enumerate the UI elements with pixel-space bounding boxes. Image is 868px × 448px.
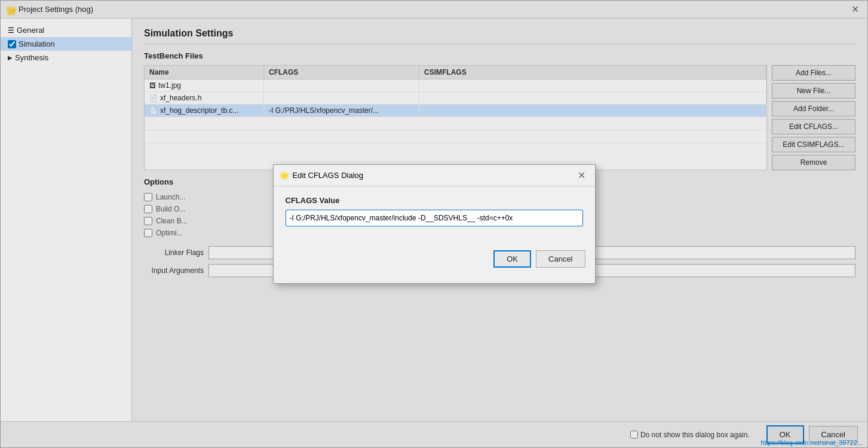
modal-footer: OK Cancel bbox=[274, 246, 595, 277]
cflags-value-input[interactable] bbox=[286, 210, 583, 226]
modal-title-text: Edit CFLAGS Dialog bbox=[293, 171, 364, 180]
modal-title-left: 🌟 Edit CFLAGS Dialog bbox=[280, 171, 364, 180]
modal-close-button[interactable]: ✕ bbox=[574, 168, 589, 182]
modal-field-label: CFLAGS Value bbox=[286, 196, 583, 205]
modal-overlay: 🌟 Edit CFLAGS Dialog ✕ CFLAGS Value OK C… bbox=[1, 1, 867, 447]
modal-logo-icon: 🌟 bbox=[280, 171, 289, 180]
modal-ok-button[interactable]: OK bbox=[493, 250, 531, 268]
main-window: 🌟 Project Settings (hog) ✕ ☰ General Sim… bbox=[0, 0, 868, 448]
modal-dialog: 🌟 Edit CFLAGS Dialog ✕ CFLAGS Value OK C… bbox=[273, 164, 596, 284]
modal-title-bar: 🌟 Edit CFLAGS Dialog ✕ bbox=[274, 165, 595, 186]
modal-body: CFLAGS Value bbox=[274, 186, 595, 246]
modal-cancel-button[interactable]: Cancel bbox=[536, 250, 585, 268]
